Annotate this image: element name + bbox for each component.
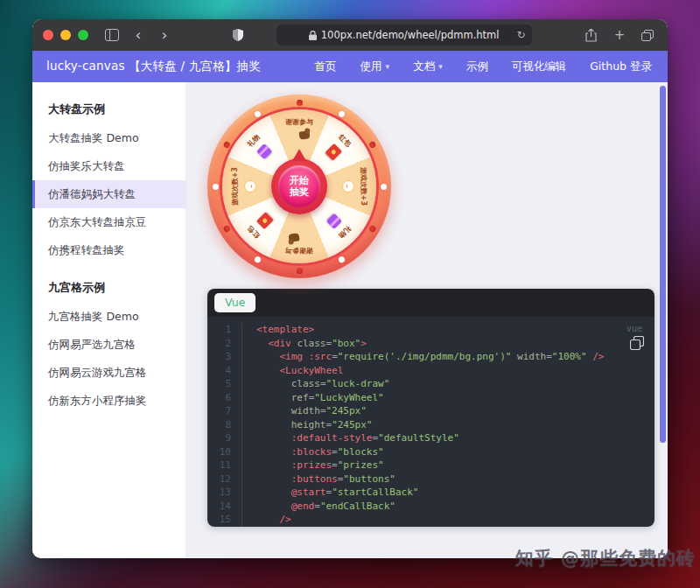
line-number: 12 <box>207 472 242 486</box>
code-line: 11 :prizes="prizes" <box>207 458 654 472</box>
navbar-menu: 首页使用▾文档▾示例可视化编辑Github 登录 <box>315 60 654 74</box>
zoom-window-button[interactable] <box>78 30 88 40</box>
code-text: <LuckyWheel <box>242 364 343 378</box>
sidebar-group-header: 大转盘示例 <box>32 94 186 124</box>
line-number: 13 <box>207 486 242 500</box>
nav-item-label: 可视化编辑 <box>512 60 567 74</box>
code-line: 3 <img :src="require('./img/pdmm/bg.png'… <box>207 350 654 364</box>
share-icon[interactable] <box>582 25 601 45</box>
page-scrollbar-thumb[interactable] <box>660 86 666 443</box>
watermark-text: 知乎 @那些免费的砖 <box>515 546 696 570</box>
line-number: 2 <box>207 337 242 351</box>
code-line: 1<template> <box>207 323 654 337</box>
line-number: 15 <box>207 513 242 527</box>
address-bar[interactable]: 100px.net/demo/wheel/pdmm.html ↻ <box>276 24 532 46</box>
wheel-center-ring: 开始 抽奖 <box>271 158 327 214</box>
code-text: <div class="box"> <box>242 337 367 351</box>
copy-code-icon[interactable] <box>629 336 645 352</box>
code-line: 5 class="luck-draw" <box>207 377 654 391</box>
code-text: @end="endCallBack" <box>242 500 396 514</box>
sidebar-item[interactable]: 仿携程转盘抽奖 <box>32 236 186 264</box>
main-content: 谢谢参与红包游戏次数+3礼物谢谢参与红包游戏次数+3礼物 开始 抽奖 Vue <box>186 82 668 558</box>
code-text: ref="LuckyWheel" <box>242 391 384 405</box>
close-window-button[interactable] <box>43 30 53 40</box>
site-navbar: lucky-canvas 【大转盘 / 九宫格】抽奖 首页使用▾文档▾示例可视化… <box>32 51 668 82</box>
browser-titlebar: ‹ › 100px.net/demo/wheel/pdmm.html ↻ + <box>32 19 668 51</box>
nav-item-使用[interactable]: 使用▾ <box>360 60 390 74</box>
minimize-window-button[interactable] <box>60 30 71 40</box>
code-text: :blocks="blocks" <box>242 445 384 459</box>
code-text: <img :src="require('./img/pdmm/bg.png')"… <box>242 350 604 364</box>
nav-item-首页[interactable]: 首页 <box>315 60 337 74</box>
code-line: 2 <div class="box"> <box>207 337 654 351</box>
sidebar-item[interactable]: 大转盘抽奖 Demo <box>32 124 186 152</box>
nav-item-Github 登录[interactable]: Github 登录 <box>590 60 652 74</box>
line-number: 10 <box>207 445 242 459</box>
code-line: 6 ref="LuckyWheel" <box>207 391 654 405</box>
language-badge: vue <box>626 322 642 336</box>
code-line: 4 <LuckyWheel <box>207 364 654 378</box>
code-tabs-bar: Vue <box>207 289 654 317</box>
line-number: 11 <box>207 458 242 472</box>
code-example-card: Vue 1<template>2 <div class="box">3 <img… <box>207 289 654 527</box>
line-number: 6 <box>207 391 242 405</box>
code-line: 15 /> <box>207 513 654 527</box>
code-block[interactable]: 1<template>2 <div class="box">3 <img :sr… <box>207 317 654 527</box>
window-controls <box>43 30 88 40</box>
nav-item-示例[interactable]: 示例 <box>466 60 488 74</box>
site-title: lucky-canvas 【大转盘 / 九宫格】抽奖 <box>46 59 261 74</box>
back-button[interactable]: ‹ <box>129 25 148 45</box>
code-text: :prizes="prizes" <box>242 458 384 472</box>
code-text: /> <box>242 513 291 527</box>
sidebar-group-header: 九宫格示例 <box>32 273 186 303</box>
sidebar-toggle-icon[interactable] <box>102 25 122 45</box>
code-text: :default-style="defaultStyle" <box>242 431 459 445</box>
sidebar-item[interactable]: 仿潘德妈妈大转盘 <box>32 180 186 208</box>
browser-window: ‹ › 100px.net/demo/wheel/pdmm.html ↻ + l… <box>32 19 668 558</box>
start-draw-button[interactable]: 开始 抽奖 <box>278 165 320 207</box>
chevron-down-icon: ▾ <box>438 62 443 71</box>
code-line: 12 :buttons="buttons" <box>207 472 654 486</box>
code-text: height="245px" <box>242 418 372 432</box>
nav-item-label: 示例 <box>466 60 488 74</box>
lock-icon <box>309 31 317 40</box>
sidebar: 大转盘示例大转盘抽奖 Demo仿抽奖乐大转盘仿潘德妈妈大转盘仿京东大转盘抽京豆仿… <box>32 82 186 558</box>
sidebar-item[interactable]: 仿网易云游戏九宫格 <box>32 359 186 387</box>
forward-button[interactable]: › <box>155 25 174 45</box>
wheel-pointer-icon <box>292 149 306 161</box>
url-text: 100px.net/demo/wheel/pdmm.html <box>321 29 500 41</box>
code-text: class="luck-draw" <box>242 377 389 391</box>
sidebar-item[interactable]: 仿新东方小程序抽奖 <box>32 387 186 415</box>
line-number: 1 <box>207 323 242 337</box>
new-tab-icon[interactable]: + <box>610 25 629 45</box>
nav-item-文档[interactable]: 文档▾ <box>413 60 443 74</box>
nav-item-label: 文档 <box>413 60 435 74</box>
tab-overview-icon[interactable] <box>638 25 657 45</box>
line-number: 9 <box>207 431 242 445</box>
chevron-down-icon: ▾ <box>386 62 390 71</box>
privacy-shield-icon[interactable] <box>228 25 248 45</box>
code-line: 14 @end="endCallBack" <box>207 500 654 514</box>
code-text: :buttons="buttons" <box>242 472 396 486</box>
line-number: 8 <box>207 418 242 432</box>
refresh-icon[interactable]: ↻ <box>517 29 526 41</box>
code-line: 10 :blocks="blocks" <box>207 445 654 459</box>
sidebar-item[interactable]: 仿京东大转盘抽京豆 <box>32 208 186 236</box>
line-number: 4 <box>207 364 242 378</box>
line-number: 7 <box>207 404 242 418</box>
code-line: 7 width="245px" <box>207 404 654 418</box>
line-number: 14 <box>207 500 242 514</box>
tab-vue[interactable]: Vue <box>214 293 256 312</box>
nav-item-label: 首页 <box>315 60 337 74</box>
nav-item-label: Github 登录 <box>590 60 652 74</box>
nav-item-可视化编辑[interactable]: 可视化编辑 <box>512 60 567 74</box>
code-text: @start="startCallBack" <box>242 486 418 500</box>
sidebar-item[interactable]: 仿网易严选九宫格 <box>32 331 186 359</box>
code-line: 13 @start="startCallBack" <box>207 486 654 500</box>
sidebar-item[interactable]: 九宫格抽奖 Demo <box>32 303 186 331</box>
sidebar-item[interactable]: 仿抽奖乐大转盘 <box>32 152 186 180</box>
code-line: 9 :default-style="defaultStyle" <box>207 431 654 445</box>
gift-icon <box>256 144 272 159</box>
code-text: width="245px" <box>242 404 367 418</box>
lucky-wheel: 谢谢参与红包游戏次数+3礼物谢谢参与红包游戏次数+3礼物 开始 抽奖 <box>207 94 391 278</box>
